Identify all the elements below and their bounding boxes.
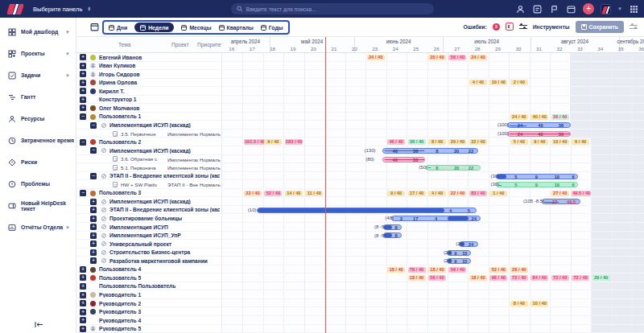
expand-button[interactable]: + [80,317,86,323]
tab-Месяцы[interactable]: Месяцы [181,25,211,31]
collapse-button[interactable]: − [90,173,97,179]
table-row[interactable]: +Конструктор 1 [76,96,221,105]
sidebar-item-7[interactable]: Проблемы [0,173,76,195]
table-row[interactable]: +Разработка маркетинговой кампании [76,257,221,265]
tab-Годы[interactable]: Годы [261,25,283,31]
sidebar-item-8[interactable]: Новый HelpDesk тикет [0,195,76,216]
table-row[interactable]: +Ирина Орлова [76,79,221,88]
table-row[interactable]: +Пользователь Пользователь [76,282,221,291]
calendar-settings-icon[interactable] [90,23,99,31]
table-row[interactable]: +Руководитель 4 [76,316,221,325]
collapse-button[interactable]: − [80,190,86,196]
settings-icon[interactable] [630,23,638,30]
gantt-bar[interactable]: 45 [257,208,476,213]
expand-button[interactable]: + [80,274,86,281]
table-row[interactable]: −ЭТАП II - Внедрение клиентской зоны (ка… [76,172,221,181]
table-row[interactable]: +Кирилл Т. [76,87,221,96]
sidebar-collapse-button[interactable] [0,321,76,328]
collapse-button[interactable]: − [80,139,86,146]
table-row[interactable]: +Пользователь 5 [76,273,221,282]
table-row[interactable]: −Пользователь 3 [76,189,221,198]
table-row[interactable]: 5.1. ПервоначаИмплементация ИСУПНормальн [76,163,221,172]
expand-button[interactable]: + [90,240,97,247]
table-row[interactable]: +Проектирование больницы [76,214,221,223]
gantt-bar[interactable]: 59106 [496,182,578,187]
sidebar-item-1[interactable]: Проекты▼ [0,43,76,64]
sidebar-item-4[interactable]: Ресурсы [0,108,76,130]
expand-button[interactable]: + [90,207,97,213]
sidebar-item-5[interactable]: Затраченное время [0,130,76,151]
tab-Кварталы[interactable]: Кварталы [219,25,254,31]
search-input[interactable] [246,6,428,12]
sidebar-item-9[interactable]: Отчёты Отдела▼ [0,216,76,238]
expand-button[interactable]: + [80,292,86,298]
table-row[interactable]: +Олег Молчанов [76,104,221,113]
table-row[interactable]: +Иван Куликов [76,62,221,71]
flag-icon[interactable] [549,4,559,14]
avatar[interactable] [601,4,611,14]
expand-button[interactable]: + [80,88,86,94]
expand-button[interactable]: + [80,63,86,69]
table-row[interactable]: +Руководитель 1 [76,290,221,299]
tab-Недели[interactable]: Недели [134,23,174,32]
table-row[interactable]: +Руководитель 2 [76,299,221,308]
user-icon[interactable] [515,4,526,14]
sidebar-item-0[interactable]: Мой дашборд▼ [0,21,76,43]
tools-button[interactable]: Инструменты [533,24,570,30]
table-row[interactable]: +ЭТАП II - Внедрение клиентской зоны (ка… [76,206,221,215]
gantt-bar[interactable]: 82022 [426,165,480,171]
expand-button[interactable]: + [80,80,86,86]
gantt-bar[interactable]: 244036 [507,131,571,137]
expand-button[interactable]: + [90,232,97,239]
expand-button[interactable]: + [80,105,86,111]
table-row[interactable]: +Евгений Иванов [76,53,221,62]
gantt-bar[interactable]: 4636 [382,157,425,162]
table-row[interactable]: −Имплементация ИСУП (каскад) [76,146,221,155]
table-row[interactable]: +Руководитель 3 [76,308,221,317]
expand-button[interactable]: + [80,71,86,77]
errors-badge[interactable]: 3 [493,23,500,31]
sidebar-item-3[interactable]: Гантт [0,86,76,108]
expand-button[interactable]: + [80,54,86,60]
gantt-bar[interactable]: 317424 [391,216,481,221]
collapse-button[interactable]: − [90,147,97,154]
save-button[interactable]: Сохранить [576,21,624,33]
expand-button[interactable]: + [90,224,97,230]
expand-button[interactable]: + [90,257,97,264]
gantt-bar[interactable]: 463682022 [382,148,479,154]
expand-button[interactable]: + [80,266,86,273]
apps-grid-icon[interactable] [629,4,639,14]
gantt-bar[interactable]: 2749.5 [542,199,580,204]
gantt-bar[interactable]: 244036 [507,122,571,128]
table-row[interactable]: −Пользователь 1 [76,113,221,121]
chevron-down-icon[interactable]: ▼ [617,6,622,11]
expand-button[interactable]: + [90,216,97,222]
table-row[interactable]: 3.6. Обратная сИмплементация ИСУПНормаль… [76,155,221,164]
panel-select[interactable]: Выберите панель ▲▼ [33,6,91,13]
calendar-icon[interactable] [566,4,576,14]
table-row[interactable]: +Имплементация ИСУП_УпР [76,232,221,240]
global-search[interactable] [231,3,434,14]
expand-button[interactable]: + [80,326,86,332]
collapse-button[interactable]: − [90,122,97,129]
gantt-bar[interactable]: 59106 [496,174,578,179]
table-row[interactable]: +Имплементация ИСУП (каскад) [76,197,221,206]
table-row[interactable]: +Строительство Бизнес-центра [76,249,221,257]
expand-button[interactable]: + [80,300,86,306]
collapse-button[interactable]: − [80,113,86,120]
table-row[interactable]: +Универсальный проект [76,240,221,249]
table-row[interactable]: 3.5. ПервичноеИмплементация ИСУПНормальн [76,130,221,138]
expand-button[interactable]: + [90,249,97,256]
sidebar-item-6[interactable]: Риски [0,151,76,173]
add-button[interactable]: + [583,3,594,14]
table-row[interactable]: −Пользователь 2 [76,138,221,147]
expand-button[interactable]: + [80,309,86,315]
table-row[interactable]: −Имплементация ИСУП (каскад) [76,121,221,130]
table-row[interactable]: +Имплементация ИСУП [76,223,221,232]
tab-Дни[interactable]: Дни [109,25,127,31]
expand-button[interactable]: + [80,283,86,290]
table-row[interactable]: +Руководитель 5 [76,325,221,333]
expand-button[interactable]: + [90,199,97,205]
sidebar-item-2[interactable]: Задачи▼ [0,64,76,86]
error-panel-icon[interactable] [506,23,514,31]
